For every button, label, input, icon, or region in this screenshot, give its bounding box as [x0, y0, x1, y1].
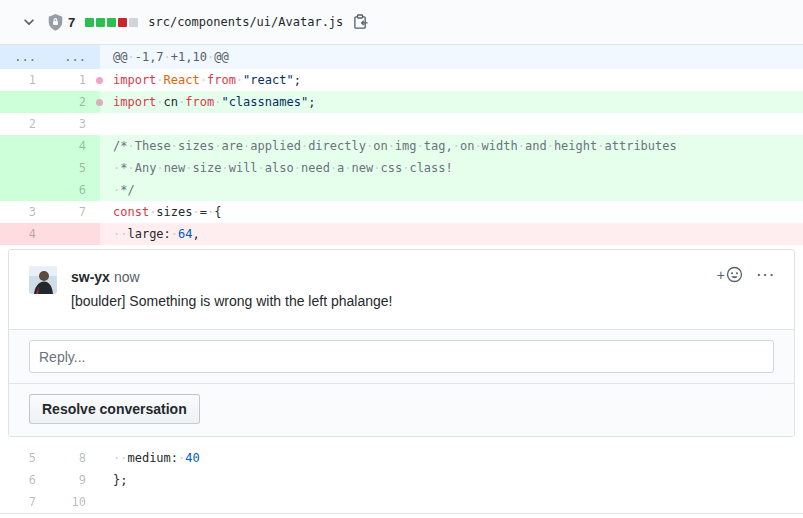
diff-line-row: 11import·React·from·"react";: [0, 69, 803, 91]
diff-file-header: 7 src/components/ui/Avatar.js: [0, 0, 803, 45]
new-line-number[interactable]: 4: [50, 135, 100, 157]
comment-actions: + ···: [717, 266, 776, 283]
diff-line-row: 4··large:·64,: [0, 223, 803, 245]
comment-author[interactable]: sw-yx: [71, 269, 110, 285]
diffstat-block-neutral: [129, 18, 138, 27]
diffstat-block-add: [107, 18, 116, 27]
diff-line-row: 2import·cn·from·"classnames";: [0, 91, 803, 113]
review-shield-button[interactable]: 7: [48, 14, 75, 31]
comment: sw-yxnow [boulder] Something is wrong wi…: [9, 250, 794, 329]
old-line-number[interactable]: 2: [0, 113, 50, 135]
old-line-number[interactable]: [0, 179, 50, 201]
expand-hunk-new[interactable]: ...: [50, 45, 100, 69]
new-line-number[interactable]: 7: [50, 201, 100, 223]
diff-line-row: 58··medium:·40: [0, 447, 803, 469]
review-count: 7: [68, 15, 75, 30]
diff-line-row: 5·*·Any·new·size·will·also·need·a·new·cs…: [0, 157, 803, 179]
comment-body: [boulder] Something is wrong with the le…: [71, 293, 774, 309]
diffstat-block-del: [118, 18, 127, 27]
chevron-down-icon: [22, 15, 36, 29]
code-line: const·sizes·=·{: [100, 201, 803, 223]
old-line-number[interactable]: 6: [0, 469, 50, 491]
clipboard-copy-icon: [353, 14, 368, 30]
new-line-number[interactable]: 1: [50, 69, 100, 91]
add-reaction-button[interactable]: +: [717, 266, 743, 283]
new-line-number[interactable]: 5: [50, 157, 100, 179]
new-line-number[interactable]: 10: [50, 491, 100, 513]
line-comment-indicator-dot: [96, 77, 103, 84]
expand-hunk-old[interactable]: ...: [0, 45, 50, 69]
copy-path-button[interactable]: [351, 12, 370, 32]
code-line: /*·These·sizes·are·applied·directly·on·i…: [100, 135, 803, 157]
new-line-number[interactable]: 8: [50, 447, 100, 469]
code-line: ·*/: [100, 179, 803, 201]
diffstat-block-add: [96, 18, 105, 27]
avatar[interactable]: [29, 266, 57, 294]
old-line-number[interactable]: 4: [0, 223, 50, 245]
diff-line-row: 4/*·These·sizes·are·applied·directly·on·…: [0, 135, 803, 157]
smiley-icon: [726, 266, 743, 283]
new-line-number[interactable]: 9: [50, 469, 100, 491]
diff-line-row: 710: [0, 491, 803, 513]
shield-lock-icon: [48, 14, 63, 31]
old-line-number[interactable]: 1: [0, 69, 50, 91]
diff-rows-bottom: 58··medium:·4069};710: [0, 447, 803, 514]
diff-rows-top: ......@@·-1,7·+1,10·@@11import·React·fro…: [0, 45, 803, 245]
code-line: [100, 113, 803, 135]
collapse-file-button[interactable]: [18, 11, 40, 33]
new-line-number[interactable]: [50, 223, 100, 245]
hunk-header-row: ......@@·-1,7·+1,10·@@: [0, 45, 803, 69]
resolve-section: Resolve conversation: [9, 383, 794, 436]
code-line: import·cn·from·"classnames";: [100, 91, 803, 113]
old-line-number[interactable]: 5: [0, 447, 50, 469]
code-line: import·React·from·"react";: [100, 69, 803, 91]
code-line: [100, 491, 803, 513]
file-path: src/components/ui/Avatar.js: [148, 15, 343, 29]
code-line: ··medium:·40: [100, 447, 803, 469]
hunk-header-text: @@·-1,7·+1,10·@@: [100, 45, 803, 69]
old-line-number[interactable]: 7: [0, 491, 50, 513]
old-line-number[interactable]: [0, 135, 50, 157]
old-line-number[interactable]: [0, 157, 50, 179]
kebab-menu-button[interactable]: ···: [757, 268, 776, 281]
reply-input[interactable]: [29, 340, 774, 373]
line-comment-indicator-dot: [96, 99, 103, 106]
reply-section: [9, 329, 794, 383]
resolve-conversation-button[interactable]: Resolve conversation: [29, 394, 200, 424]
old-line-number[interactable]: 3: [0, 201, 50, 223]
diff-line-row: 37const·sizes·=·{: [0, 201, 803, 223]
plus-sign: +: [717, 267, 725, 283]
diff-line-row: 6·*/: [0, 179, 803, 201]
diffstat-block-add: [85, 18, 94, 27]
code-line: };: [100, 469, 803, 491]
new-line-number[interactable]: 2: [50, 91, 100, 113]
diff-line-row: 23: [0, 113, 803, 135]
code-line: ·*·Any·new·size·will·also·need·a·new·css…: [100, 157, 803, 179]
diff-line-row: 69};: [0, 469, 803, 491]
new-line-number[interactable]: 6: [50, 179, 100, 201]
diffstat: [85, 18, 138, 27]
code-line: ··large:·64,: [100, 223, 803, 245]
old-line-number[interactable]: [0, 91, 50, 113]
comment-timestamp[interactable]: now: [114, 269, 140, 285]
review-comment-thread: sw-yxnow [boulder] Something is wrong wi…: [8, 249, 795, 437]
new-line-number[interactable]: 3: [50, 113, 100, 135]
